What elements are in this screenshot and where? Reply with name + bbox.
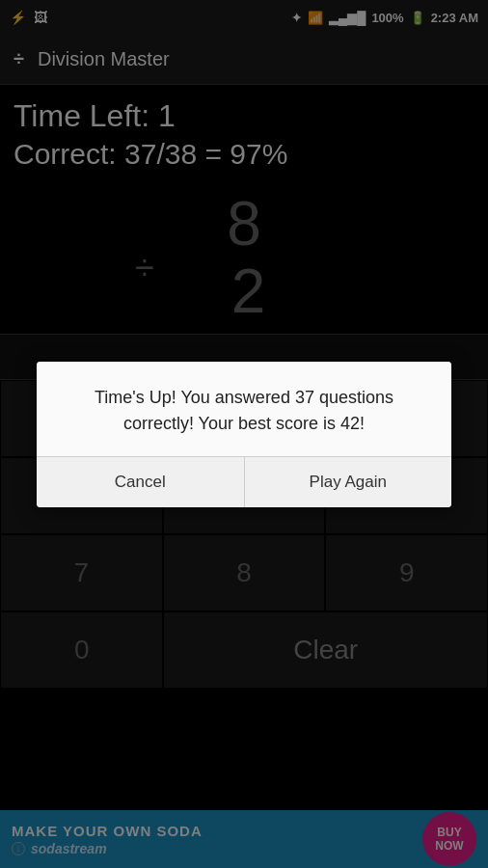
- dialog: Time's Up! You answered 37 questions cor…: [37, 362, 451, 507]
- cancel-button[interactable]: Cancel: [37, 457, 244, 507]
- dialog-message: Time's Up! You answered 37 questions cor…: [37, 362, 451, 456]
- dialog-overlay: Time's Up! You answered 37 questions cor…: [0, 0, 488, 868]
- dialog-buttons: Cancel Play Again: [37, 456, 451, 507]
- play-again-button[interactable]: Play Again: [245, 457, 452, 507]
